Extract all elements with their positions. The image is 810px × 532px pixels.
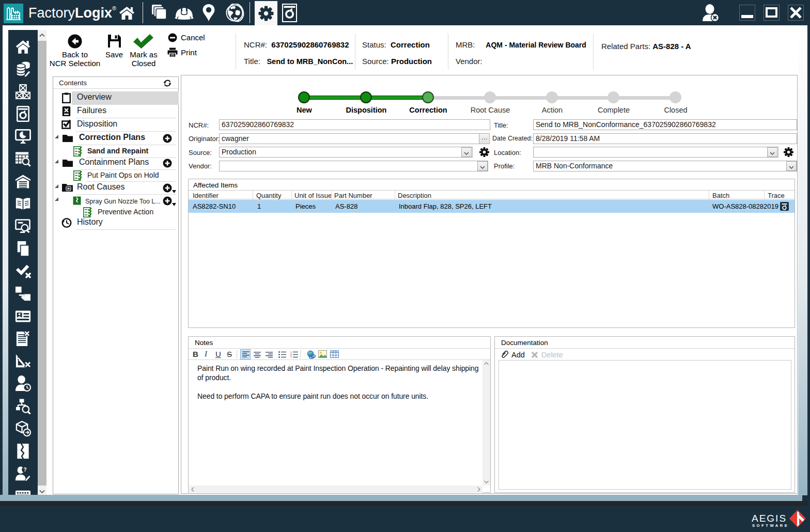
svg-text:3: 3 [290,356,292,358]
svg-text:?: ? [24,467,27,473]
